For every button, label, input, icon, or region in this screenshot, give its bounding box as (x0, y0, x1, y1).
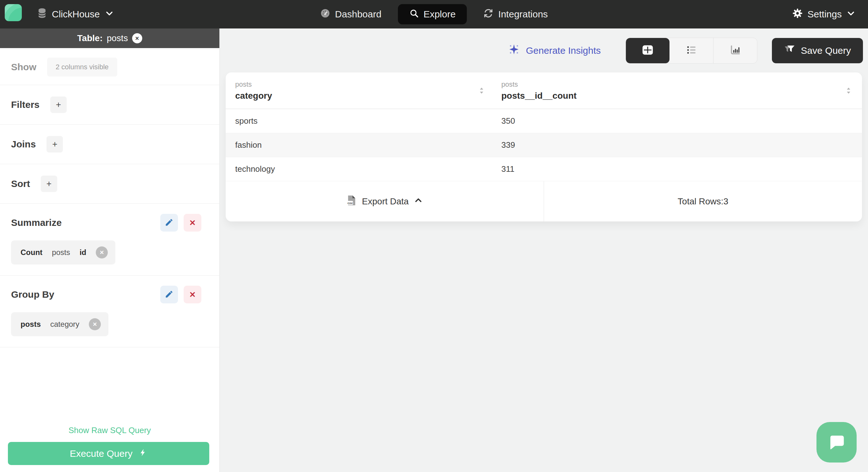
chip-field: id (80, 248, 86, 257)
csv-label: csv (347, 201, 353, 204)
total-rows-label: Total Rows:3 (544, 181, 862, 222)
query-builder-sidebar: Table: posts ✕ Show 2 columns visible Fi… (0, 28, 220, 472)
lightning-bolt-icon (139, 448, 147, 460)
table-header-row: posts category posts posts__id__count (226, 72, 862, 109)
refresh-icon (483, 8, 493, 21)
table-view-button[interactable] (626, 38, 670, 63)
app-logo[interactable] (5, 4, 22, 21)
table-row: technology 311 (226, 157, 862, 181)
nav-label: Explore (424, 9, 456, 20)
brand-label: ClickHouse (52, 9, 100, 20)
joins-section: Joins + (0, 125, 219, 164)
chat-widget-button[interactable] (816, 422, 857, 463)
generate-insights-link[interactable]: Generate Insights (508, 43, 601, 58)
chevron-down-icon (846, 9, 855, 20)
cell-count: 339 (499, 140, 862, 150)
main-navigation: Dashboard Explore Integrations (320, 0, 548, 28)
remove-group-by-button[interactable]: ✕ (184, 286, 202, 303)
chart-view-button[interactable] (713, 38, 757, 63)
edit-group-by-button[interactable] (160, 286, 178, 303)
filters-label: Filters (11, 99, 39, 110)
cell-category: technology (226, 164, 499, 174)
table-label: Table: (77, 33, 102, 43)
speech-bubble-icon (827, 433, 846, 452)
columns-visible-chip[interactable]: 2 columns visible (47, 58, 117, 77)
nav-label: Dashboard (335, 9, 381, 20)
aggregate-label: Count (21, 248, 42, 257)
column-name: category (235, 91, 272, 101)
cell-category: sports (226, 116, 499, 126)
remove-chip-button[interactable]: ✕ (96, 246, 108, 259)
sort-icon[interactable] (477, 87, 486, 95)
summarize-label: Summarize (11, 217, 62, 228)
table-footer: csv Export Data Total Rows:3 (226, 181, 862, 222)
nav-item-explore[interactable]: Explore (398, 4, 467, 24)
table-header-bar: Table: posts ✕ (0, 28, 219, 48)
chip-table: posts (21, 320, 41, 329)
export-data-label: Export Data (362, 197, 409, 207)
results-table-card: posts category posts posts__id__count (226, 72, 862, 222)
chevron-down-icon (105, 9, 114, 20)
show-raw-sql-link[interactable]: Show Raw SQL Query (0, 425, 219, 435)
divider (0, 347, 219, 347)
group-by-section: Group By ✕ posts category ✕ (0, 275, 219, 347)
pencil-icon (165, 218, 174, 228)
sort-section: Sort + (0, 164, 219, 203)
table-row: sports 350 (226, 109, 862, 133)
export-data-button[interactable]: csv Export Data (226, 181, 544, 222)
group-by-label: Group By (11, 289, 54, 300)
settings-label: Settings (808, 9, 842, 20)
sparkle-icon (508, 43, 520, 58)
database-icon (37, 8, 47, 21)
database-selector[interactable]: ClickHouse (37, 0, 114, 28)
remove-table-button[interactable]: ✕ (132, 33, 142, 43)
gauge-icon (320, 8, 330, 21)
list-view-icon (685, 44, 697, 57)
table-view-icon (642, 44, 654, 57)
column-header-count[interactable]: posts posts__id__count (499, 72, 862, 109)
sort-icon[interactable] (844, 87, 853, 95)
table-name: posts (107, 33, 128, 43)
search-icon (409, 8, 419, 20)
remove-summarize-button[interactable]: ✕ (184, 214, 202, 232)
execute-query-label: Execute Query (70, 448, 132, 459)
sort-label: Sort (11, 178, 30, 189)
show-label: Show (11, 62, 36, 72)
column-name: posts__id__count (501, 91, 577, 101)
nav-item-dashboard[interactable]: Dashboard (320, 8, 381, 21)
show-section: Show 2 columns visible (0, 48, 219, 85)
remove-chip-button[interactable]: ✕ (89, 318, 101, 330)
generate-insights-label: Generate Insights (526, 45, 601, 56)
save-query-label: Save Query (801, 45, 851, 56)
nav-label: Integrations (498, 9, 548, 20)
edit-summarize-button[interactable] (160, 214, 178, 232)
gear-icon (792, 8, 803, 21)
view-mode-toggle (625, 38, 757, 64)
add-join-button[interactable]: + (46, 136, 63, 152)
results-toolbar: Generate Insights (220, 28, 868, 72)
chip-field: category (50, 320, 79, 329)
save-query-button[interactable]: Save Query (772, 38, 863, 63)
top-navbar: ClickHouse Dashboard Explore (0, 0, 868, 28)
results-area: Generate Insights (220, 28, 868, 472)
column-header-category[interactable]: posts category (226, 72, 499, 109)
column-group: posts (501, 80, 577, 89)
chevron-up-icon (414, 196, 423, 207)
table-row: fashion 339 (226, 133, 862, 157)
settings-menu[interactable]: Settings (792, 0, 855, 28)
app-root: ClickHouse Dashboard Explore (0, 0, 868, 472)
cell-count: 311 (499, 164, 862, 174)
funnel-icon (784, 44, 795, 57)
filters-section: Filters + (0, 85, 219, 124)
csv-file-icon: csv (347, 195, 356, 208)
list-view-button[interactable] (670, 38, 713, 63)
bar-chart-icon (729, 44, 741, 57)
add-filter-button[interactable]: + (50, 96, 67, 113)
cell-category: fashion (226, 140, 499, 150)
cell-count: 350 (499, 116, 862, 126)
chip-table: posts (52, 248, 70, 257)
joins-label: Joins (11, 139, 36, 150)
nav-item-integrations[interactable]: Integrations (483, 8, 548, 21)
add-sort-button[interactable]: + (41, 176, 57, 192)
execute-query-button[interactable]: Execute Query (8, 442, 209, 465)
